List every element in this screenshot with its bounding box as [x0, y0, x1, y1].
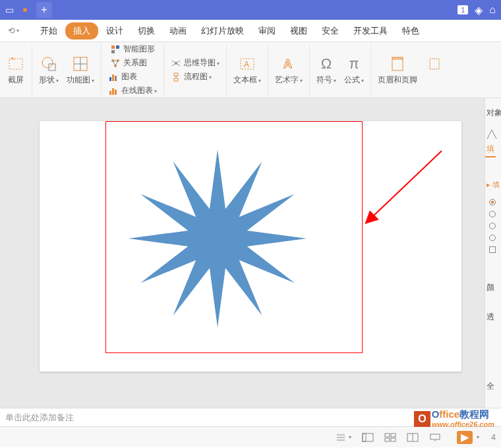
titlebar-right-icons: 1 ◈ ⌂	[457, 4, 496, 16]
presenter-view-button[interactable]	[425, 430, 445, 445]
new-tab-button[interactable]: +	[36, 2, 52, 18]
smartart-icon	[110, 44, 121, 55]
sorter-view-button[interactable]	[380, 430, 400, 445]
checkbox-icon[interactable]	[489, 246, 496, 253]
play-button[interactable]: ▶	[457, 431, 473, 444]
mindmap-label: 思维导图▾	[184, 57, 220, 69]
ribbon-group-screenshot: 截屏	[0, 45, 32, 95]
radio-icon[interactable]	[489, 223, 496, 229]
side-fill-tab[interactable]: 填	[485, 141, 496, 157]
chart-button[interactable]: 图表	[108, 71, 157, 82]
menu-insert[interactable]: 插入	[65, 22, 98, 40]
chevron-down-icon[interactable]: ▾	[477, 434, 479, 440]
watermark-url: www.office26.com	[432, 420, 494, 428]
shape-tool-icon[interactable]	[485, 128, 498, 141]
textbox-button[interactable]: A 文本框▾	[231, 53, 264, 87]
menubar: ⟲ ▾ 开始 插入 设计 切换 动画 幻灯片放映 审阅 视图 安全 开发工具 特…	[0, 20, 501, 42]
svg-rect-30	[385, 438, 390, 441]
wordart-button[interactable]: A 艺术字▾	[272, 53, 305, 87]
online-chart-label: 在线图表▾	[121, 85, 157, 96]
relation-icon	[110, 58, 121, 69]
svg-rect-6	[111, 50, 115, 53]
side-all-label[interactable]: 全	[485, 378, 501, 395]
screenshot-button[interactable]: 截屏	[4, 53, 28, 87]
normal-view-button[interactable]	[358, 430, 378, 445]
statusbar: ▾ ▶ ▾ 4	[0, 426, 501, 447]
menu-security[interactable]: 安全	[315, 22, 345, 40]
omega-icon: Ω	[317, 55, 336, 73]
svg-rect-29	[391, 434, 396, 437]
more-button[interactable]	[423, 53, 446, 87]
annotation-arrow-icon	[363, 144, 448, 230]
menu-slideshow[interactable]: 幻灯片放映	[194, 22, 250, 40]
ribbon-group-flowcharts: 思维导图▾ 流程图▾	[164, 45, 227, 95]
workspace: ▴ ▾ ⦿ ▾ 对象 填 ▸ 填 颜 透 全	[0, 98, 501, 408]
textbox-icon: A	[238, 55, 256, 73]
svg-point-1	[42, 57, 53, 68]
svg-rect-14	[112, 88, 114, 95]
relation-button[interactable]: 关系图	[110, 57, 155, 69]
undo-button[interactable]: ⟲ ▾	[3, 24, 24, 37]
svg-rect-15	[115, 90, 117, 95]
side-panel: 对象 填 ▸ 填 颜 透 全	[485, 98, 501, 408]
flowchart-button[interactable]: 流程图▾	[171, 71, 220, 82]
menu-view[interactable]: 视图	[283, 22, 314, 40]
menu-start[interactable]: 开始	[34, 22, 64, 40]
radio-icon[interactable]	[489, 235, 496, 241]
shapes-icon	[40, 55, 58, 73]
scissors-icon	[7, 55, 25, 73]
side-section-label[interactable]: ▸ 填	[485, 177, 501, 192]
ribbon-group-shapes: 形状▾ 功能图▾	[32, 45, 102, 95]
menu-animation[interactable]: 动画	[163, 22, 193, 40]
svg-rect-5	[116, 45, 119, 49]
chart-icon	[108, 72, 119, 82]
outline-view-button[interactable]: ▾	[332, 430, 355, 445]
header-footer-icon	[388, 55, 407, 73]
svg-rect-23	[392, 57, 403, 60]
mindmap-button[interactable]: 思维导图▾	[171, 57, 220, 69]
symbol-label: 符号▾	[316, 74, 336, 86]
side-transparency-label: 透	[485, 309, 501, 325]
chevron-down-icon: ▾	[16, 28, 19, 34]
formula-button[interactable]: π 公式▾	[341, 53, 367, 87]
svg-rect-13	[109, 91, 111, 95]
flowchart-icon	[171, 72, 181, 82]
screenshot-label: 截屏	[8, 74, 24, 86]
relation-label: 关系图	[123, 57, 147, 69]
notification-badge[interactable]: 1	[457, 5, 468, 14]
radio-icon[interactable]	[489, 199, 496, 206]
symbol-button[interactable]: Ω 符号▾	[314, 53, 339, 87]
skin-icon[interactable]: ◈	[475, 4, 483, 16]
wordart-icon: A	[280, 55, 298, 73]
menu-devtools[interactable]: 开发工具	[347, 22, 394, 40]
ribbon-group-symbols: Ω 符号▾ π 公式▾	[310, 45, 371, 95]
smartart-button[interactable]: 智能图形	[110, 43, 155, 55]
home-icon[interactable]: ⌂	[489, 4, 496, 16]
menu-transition[interactable]: 切换	[131, 22, 162, 40]
ribbon-group-diagrams: 智能图形 关系图 图表 在线图表▾	[102, 45, 164, 95]
shapes-button[interactable]: 形状▾	[36, 53, 61, 87]
side-color-label: 颜	[485, 279, 501, 296]
side-object-label[interactable]: 对象	[485, 105, 501, 121]
menu-design[interactable]: 设计	[100, 22, 130, 40]
svg-rect-11	[112, 74, 114, 81]
pi-icon: π	[345, 55, 363, 73]
svg-rect-33	[430, 434, 440, 439]
more-icon	[425, 55, 444, 73]
canvas-area[interactable]	[0, 98, 501, 408]
function-graph-button[interactable]: 功能图▾	[64, 53, 97, 87]
shapes-label: 形状▾	[39, 74, 59, 86]
undo-icon: ⟲	[8, 26, 15, 36]
reading-view-button[interactable]	[403, 430, 423, 445]
header-footer-label: 页眉和页脚	[378, 74, 417, 86]
header-footer-button[interactable]: 页眉和页脚	[375, 53, 420, 87]
watermark-logo-icon: O	[414, 411, 430, 427]
function-graph-icon	[71, 55, 90, 73]
online-chart-button[interactable]: 在线图表▾	[108, 85, 157, 96]
mindmap-icon	[171, 58, 181, 69]
modified-dot-icon	[23, 8, 27, 12]
menu-review[interactable]: 审阅	[252, 22, 282, 40]
radio-icon[interactable]	[489, 211, 496, 217]
menu-features[interactable]: 特色	[396, 22, 426, 40]
svg-rect-0	[9, 59, 22, 69]
